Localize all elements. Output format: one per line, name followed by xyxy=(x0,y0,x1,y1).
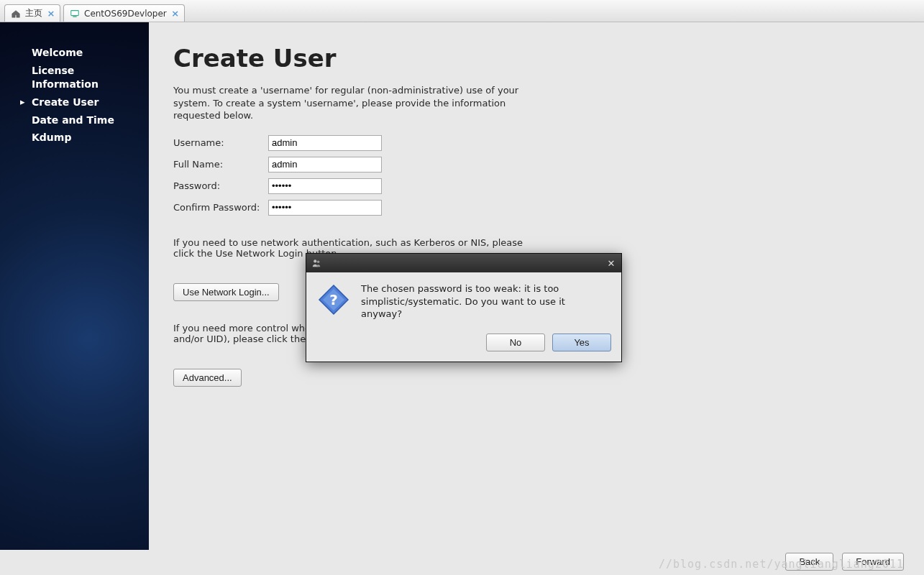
svg-rect-1 xyxy=(73,16,76,17)
users-icon xyxy=(311,257,322,269)
sidebar-item-create-user[interactable]: Create User xyxy=(0,93,149,111)
footer: Back Forward xyxy=(0,550,924,575)
label-confirm: Confirm Password: xyxy=(173,202,268,213)
label-password: Password: xyxy=(173,180,268,191)
close-icon[interactable]: × xyxy=(171,9,180,18)
no-button[interactable]: No xyxy=(486,334,545,351)
forward-button[interactable]: Forward xyxy=(842,553,904,571)
page-description: You must create a 'username' for regular… xyxy=(173,84,547,122)
yes-button[interactable]: Yes xyxy=(552,334,611,351)
page-title: Create User xyxy=(173,44,900,73)
advanced-button[interactable]: Advanced... xyxy=(173,369,242,387)
password-field[interactable] xyxy=(268,178,382,194)
svg-point-3 xyxy=(317,261,320,264)
dialog-titlebar[interactable]: ✕ xyxy=(306,254,621,272)
tab-label: 主页 xyxy=(25,7,42,19)
sidebar-item-kdump[interactable]: Kdump xyxy=(0,129,149,147)
back-button[interactable]: Back xyxy=(785,553,833,571)
tab-label: CentOS69Devloper xyxy=(84,9,167,19)
tab-centos[interactable]: CentOS69Devloper × xyxy=(63,4,185,22)
sidebar: Welcome License Information Create User … xyxy=(0,22,149,550)
sidebar-item-date-time[interactable]: Date and Time xyxy=(0,111,149,129)
confirm-password-field[interactable] xyxy=(268,200,382,216)
tabs-bar: 主页 × CentOS69Devloper × xyxy=(0,0,924,22)
svg-text:?: ? xyxy=(329,291,338,308)
label-fullname: Full Name: xyxy=(173,159,268,170)
label-username: Username: xyxy=(173,137,268,148)
svg-point-2 xyxy=(314,259,316,262)
close-icon[interactable]: × xyxy=(47,9,55,18)
fullname-field[interactable] xyxy=(268,157,382,172)
question-icon: ? xyxy=(316,282,351,317)
password-warning-dialog: ✕ ? The chosen password is too weak: it … xyxy=(306,253,622,362)
username-field[interactable] xyxy=(268,135,382,151)
use-network-login-button[interactable]: Use Network Login... xyxy=(173,283,279,301)
sidebar-item-welcome[interactable]: Welcome xyxy=(0,44,149,62)
home-icon xyxy=(11,9,21,19)
sidebar-item-license[interactable]: License Information xyxy=(0,62,115,93)
svg-rect-0 xyxy=(71,10,79,15)
vm-icon xyxy=(70,9,80,19)
dialog-message: The chosen password is too weak: it is t… xyxy=(361,282,608,321)
close-icon[interactable]: ✕ xyxy=(605,257,617,269)
tab-home[interactable]: 主页 × xyxy=(4,4,60,22)
